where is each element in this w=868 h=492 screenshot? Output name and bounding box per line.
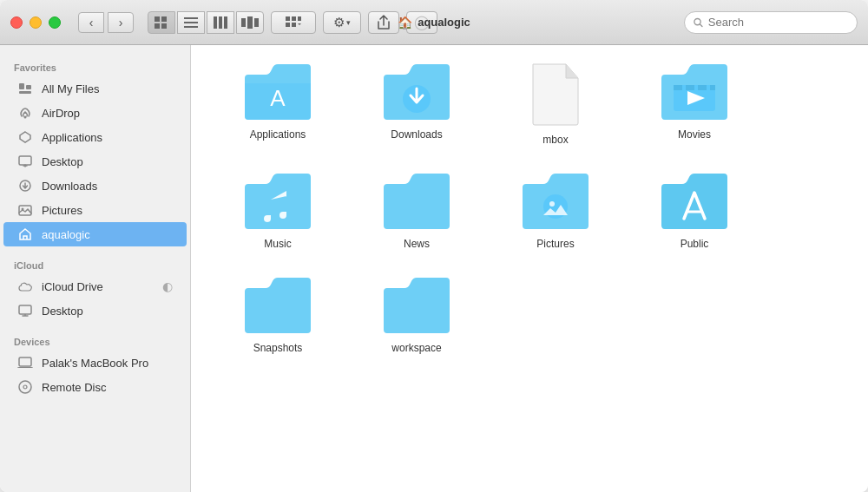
titlebar: ‹ › (0, 0, 868, 45)
svg-rect-0 (155, 16, 160, 22)
music-label: Music (264, 238, 291, 250)
file-item-downloads[interactable]: Downloads (356, 62, 477, 146)
svg-point-34 (19, 381, 31, 393)
sidebar-item-icloud-desktop[interactable]: Desktop (3, 298, 187, 323)
svg-rect-15 (298, 16, 301, 21)
file-item-applications[interactable]: A Applications (217, 62, 339, 146)
sidebar-item-aqualogic[interactable]: aqualogic (3, 222, 187, 246)
sidebar-item-desktop[interactable]: Desktop (3, 149, 187, 174)
file-grid: A Applications Downloads (217, 62, 842, 354)
file-item-workspace[interactable]: workspace (356, 276, 477, 354)
svg-rect-33 (19, 358, 31, 366)
aqualogic-icon (17, 226, 33, 242)
svg-rect-14 (292, 16, 296, 21)
sidebar-item-icloud-drive[interactable]: iCloud Drive ◐ (3, 274, 187, 298)
share-button[interactable] (368, 11, 399, 34)
svg-rect-42 (710, 85, 715, 90)
sidebar-item-all-my-files[interactable]: All My Files (3, 76, 187, 101)
downloads-sidebar-icon (17, 178, 33, 194)
close-button[interactable] (10, 16, 23, 29)
music-folder-icon (243, 172, 312, 231)
file-browser: A Applications Downloads (191, 45, 868, 492)
applications-label: Applications (250, 128, 306, 141)
file-item-news[interactable]: News (356, 172, 477, 250)
file-item-mbox[interactable]: mbox (495, 62, 616, 146)
favorites-section-title: Favorites (0, 56, 190, 76)
sidebar: Favorites All My Files (0, 45, 191, 492)
svg-rect-9 (224, 16, 227, 29)
svg-point-35 (23, 385, 27, 389)
icloud-section-title: iCloud (0, 253, 190, 274)
nav-buttons: ‹ › (78, 12, 134, 33)
column-view-button[interactable] (207, 11, 234, 34)
public-folder-icon (660, 172, 729, 231)
back-button[interactable]: ‹ (78, 12, 104, 33)
icloud-desktop-icon (17, 303, 33, 318)
icon-size-button[interactable] (271, 11, 316, 34)
search-input[interactable] (708, 16, 848, 29)
file-item-public[interactable]: Public (634, 172, 755, 250)
traffic-lights (10, 16, 61, 29)
svg-rect-3 (161, 23, 167, 29)
search-bar[interactable] (684, 11, 858, 34)
file-item-pictures[interactable]: Pictures (495, 172, 616, 250)
svg-rect-12 (254, 18, 259, 27)
window-title: aqualogic (418, 16, 470, 29)
sidebar-item-applications[interactable]: Applications (3, 125, 187, 149)
sidebar-item-airdrop[interactable]: AirDrop (3, 101, 187, 125)
svg-rect-1 (161, 16, 167, 22)
applications-icon (17, 129, 33, 145)
svg-rect-8 (219, 16, 222, 29)
finder-window: ‹ › (0, 0, 868, 492)
file-item-snapshots[interactable]: Snapshots (217, 276, 339, 354)
file-item-music[interactable]: Music (217, 172, 339, 250)
sidebar-item-pictures[interactable]: Pictures (3, 198, 187, 222)
svg-rect-22 (19, 91, 31, 94)
icloud-drive-icon (17, 279, 33, 294)
forward-button[interactable]: › (108, 12, 134, 33)
pictures-folder-icon (521, 172, 590, 231)
downloads-folder-icon (382, 62, 451, 121)
home-icon: 🏠 (398, 16, 412, 30)
svg-rect-39 (674, 85, 682, 90)
list-view-button[interactable] (177, 11, 205, 34)
sidebar-item-remote-disc[interactable]: Remote Disc (3, 375, 187, 399)
sidebar-item-macbook-pro[interactable]: Palak's MacBook Pro (3, 351, 187, 375)
search-icon (694, 17, 703, 28)
minimize-button[interactable] (30, 16, 42, 29)
pictures-sidebar-icon (17, 202, 33, 218)
svg-rect-41 (698, 85, 707, 90)
svg-rect-20 (19, 83, 24, 89)
svg-rect-21 (26, 85, 31, 89)
action-button[interactable]: ⚙ ▾ (323, 11, 361, 34)
macbook-icon (17, 355, 33, 371)
news-folder-icon (382, 172, 451, 231)
news-label: News (404, 238, 430, 250)
snapshots-label: Snapshots (253, 342, 303, 354)
snapshots-folder-icon (243, 276, 312, 335)
airdrop-icon (17, 105, 33, 121)
svg-rect-30 (19, 305, 31, 314)
svg-rect-6 (184, 26, 198, 28)
file-item-movies[interactable]: Movies (634, 62, 755, 146)
desktop-icon (17, 154, 33, 169)
svg-rect-17 (292, 23, 296, 27)
svg-point-23 (24, 116, 27, 119)
view-controls (148, 11, 264, 34)
titlebar-title: 🏠 aqualogic (398, 16, 470, 30)
mbox-file-icon (529, 62, 582, 127)
remote-disc-icon (17, 379, 33, 395)
content-area: Favorites All My Files (0, 45, 868, 492)
sidebar-item-downloads[interactable]: Downloads (3, 174, 187, 198)
svg-rect-40 (686, 85, 694, 90)
pictures-label: Pictures (536, 238, 574, 250)
svg-rect-16 (286, 23, 290, 27)
maximize-button[interactable] (49, 16, 61, 29)
workspace-label: workspace (391, 342, 441, 354)
devices-section-title: Devices (0, 330, 190, 351)
movies-label: Movies (678, 128, 711, 141)
icon-view-button[interactable] (148, 11, 175, 34)
cover-view-button[interactable] (236, 11, 264, 34)
icloud-sync-icon: ◐ (162, 279, 173, 293)
svg-rect-5 (184, 22, 198, 23)
